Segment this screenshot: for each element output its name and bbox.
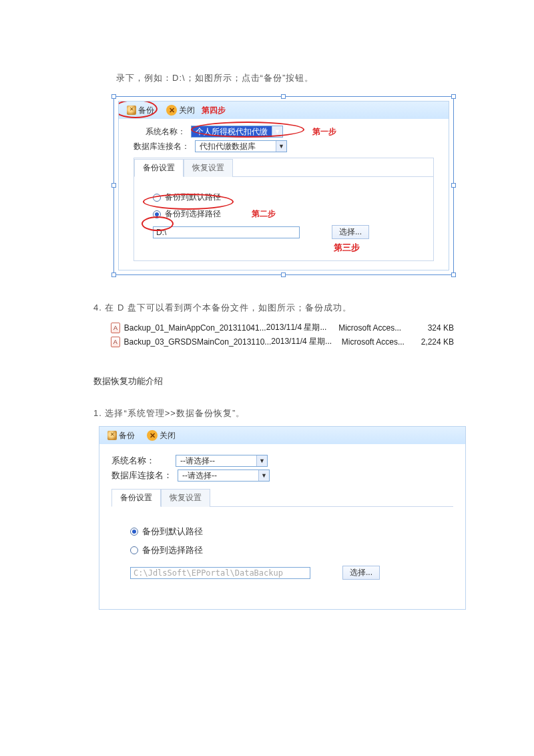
annotation-step4: 第四步 [202, 105, 226, 116]
tools-icon [127, 106, 136, 115]
backup-button[interactable]: 备份 [123, 104, 158, 117]
radio-select-path[interactable]: 备份到选择路径 第二步 [153, 208, 420, 220]
system-name-dropdown[interactable]: --请选择-- ▼ [176, 455, 268, 467]
file-size: 324 KB [415, 323, 454, 333]
file-name: Backup_03_GRSDSMainCon_2013110... [124, 337, 272, 347]
radio-icon-on [130, 528, 138, 536]
tab-backup-settings[interactable]: 备份设置 [111, 489, 161, 507]
annotation-step3: 第三步 [334, 242, 360, 252]
close-button-label: 关闭 [179, 105, 195, 116]
file-row: A Backup_03_GRSDSMainCon_2013110... 2013… [111, 335, 454, 349]
radio-default-path[interactable]: 备份到默认路径 [130, 526, 440, 538]
selection-handle [281, 94, 286, 99]
db-conn-dropdown[interactable]: 代扣代缴数据库 ▼ [195, 140, 287, 152]
label-db-conn: 数据库连接名： [134, 141, 190, 152]
file-row: A Backup_01_MainAppCon_201311041... 2013… [111, 321, 454, 335]
tab-backup-settings[interactable]: 备份设置 [134, 159, 184, 177]
backup-button-label: 备份 [119, 430, 135, 441]
system-name-value: 个人所得税代扣代缴 [192, 126, 272, 138]
label-system-name: 系统名称： [111, 455, 170, 467]
selection-handle [111, 272, 116, 277]
path-input[interactable]: C:\JdlsSoft\EPPortal\DataBackup [130, 567, 310, 579]
close-button-label: 关闭 [160, 430, 176, 441]
radio-select-path[interactable]: 备份到选择路径 [130, 544, 440, 556]
heading-restore: 数据恢复功能介绍 [93, 375, 454, 387]
radio-default-path-label: 备份到默认路径 [165, 192, 221, 203]
system-name-dropdown[interactable]: 个人所得税代扣代缴 ▼ [191, 126, 283, 138]
access-file-icon: A [111, 323, 120, 333]
tab-restore-settings[interactable]: 恢复设置 [161, 489, 210, 507]
annotation-step2: 第二步 [252, 208, 276, 220]
path-input[interactable]: D:\ [153, 226, 300, 238]
close-icon: ✕ [147, 430, 158, 441]
radio-default-path-label: 备份到默认路径 [142, 526, 203, 538]
figure-1-selection-frame: 备份 ✕ 关闭 第四步 系统名称： 个人所得税代扣代缴 ▼ 第一步 [113, 96, 454, 275]
radio-select-path-label: 备份到选择路径 [165, 208, 221, 220]
chevron-down-icon: ▼ [272, 126, 282, 137]
selection-handle [111, 94, 116, 99]
browse-button[interactable]: 选择... [332, 225, 369, 239]
tab-restore-settings[interactable]: 恢复设置 [184, 159, 233, 177]
backup-dialog-window: 备份 ✕ 关闭 第四步 系统名称： 个人所得税代扣代缴 ▼ 第一步 [118, 101, 449, 270]
label-db-conn: 数据库连接名： [111, 469, 172, 482]
close-icon: ✕ [166, 105, 177, 116]
file-type: Microsoft Acces... [342, 337, 415, 347]
system-name-value: --请选择-- [176, 455, 256, 467]
radio-icon-off [153, 194, 161, 202]
radio-icon-on [153, 210, 161, 218]
selection-handle [451, 183, 456, 188]
backup-button[interactable]: 备份 [103, 429, 139, 442]
access-file-icon: A [111, 337, 120, 347]
selection-handle [451, 272, 456, 277]
dialog-titlebar: 备份 ✕ 关闭 [99, 427, 465, 444]
file-list: A Backup_01_MainAppCon_201311041... 2013… [111, 321, 454, 349]
label-system-name: 系统名称： [134, 126, 186, 138]
chevron-down-icon: ▼ [276, 141, 286, 152]
restore-step1-text: 1. 选择“系统管理>>数据备份恢复”。 [93, 407, 454, 419]
file-type: Microsoft Acces... [338, 323, 415, 333]
step4-text: 4. 在 D 盘下可以看到两个本备份文件，如图所示；备份成功。 [93, 302, 454, 314]
close-button[interactable]: ✕ 关闭 [143, 429, 180, 442]
radio-default-path[interactable]: 备份到默认路径 [153, 192, 420, 203]
selection-handle [281, 272, 286, 277]
db-conn-value: --请选择-- [178, 470, 258, 482]
close-button[interactable]: ✕ 关闭 [162, 104, 199, 117]
file-name: Backup_01_MainAppCon_201311041... [124, 323, 266, 333]
file-size: 2,224 KB [415, 337, 454, 347]
settings-tabs: 备份设置 恢复设置 备份到默认路径 备份到选择路径 第二步 [134, 158, 434, 261]
path-value: C:\JdlsSoft\EPPortal\DataBackup [134, 568, 283, 578]
intro-text: 录下，例如：D:\；如图所示；点击“备份”按钮。 [116, 72, 454, 84]
selection-handle [111, 183, 116, 188]
file-date: 2013/11/4 星期... [266, 322, 338, 333]
radio-icon-off [130, 546, 138, 554]
selection-handle [451, 94, 456, 99]
chevron-down-icon: ▼ [256, 455, 267, 466]
tools-icon [107, 431, 117, 440]
radio-select-path-label: 备份到选择路径 [142, 544, 203, 556]
backup-dialog-window-2: 备份 ✕ 关闭 系统名称： --请选择-- ▼ 数据库连接名： --请选择-- … [99, 426, 466, 610]
chevron-down-icon: ▼ [258, 470, 269, 481]
browse-button[interactable]: 选择... [342, 566, 380, 580]
annotation-step1: 第一步 [312, 126, 336, 138]
db-conn-value: 代扣代缴数据库 [196, 141, 276, 152]
db-conn-dropdown[interactable]: --请选择-- ▼ [178, 469, 270, 482]
path-value: D:\ [156, 228, 166, 237]
file-date: 2013/11/4 星期... [271, 336, 342, 347]
dialog-titlebar: 备份 ✕ 关闭 第四步 [119, 102, 449, 119]
backup-button-label: 备份 [138, 105, 154, 116]
